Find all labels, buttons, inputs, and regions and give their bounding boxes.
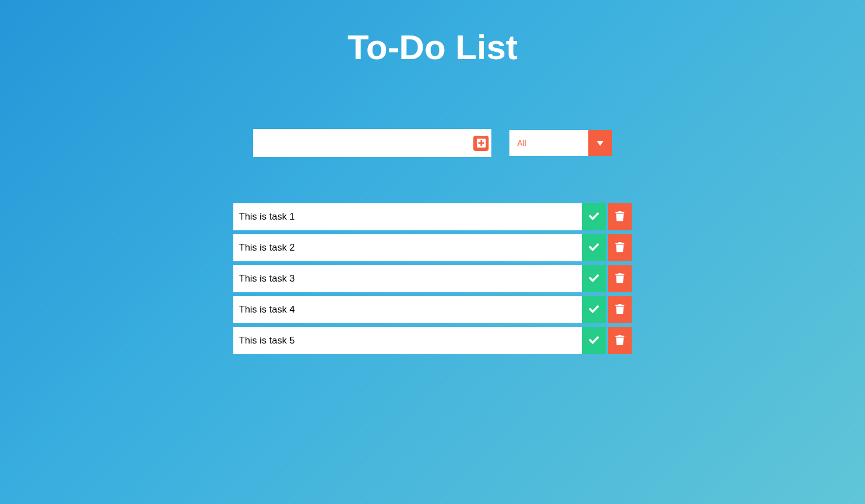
add-task-button[interactable] — [473, 136, 489, 151]
page-title: To-Do List — [0, 0, 865, 67]
complete-task-button[interactable] — [582, 296, 606, 323]
chevron-down-icon — [597, 141, 604, 146]
task-row: This is task 2 — [233, 234, 632, 261]
filter-select-value: All — [509, 130, 588, 156]
trash-icon — [615, 335, 625, 347]
complete-task-button[interactable] — [582, 203, 606, 230]
check-icon — [589, 335, 599, 347]
trash-icon — [615, 304, 625, 316]
task-row: This is task 1 — [233, 203, 632, 230]
complete-task-button[interactable] — [582, 234, 606, 261]
task-text: This is task 4 — [233, 296, 582, 323]
delete-task-button[interactable] — [608, 296, 632, 323]
complete-task-button[interactable] — [582, 327, 606, 354]
delete-task-button[interactable] — [608, 327, 632, 354]
check-icon — [589, 242, 599, 254]
task-text: This is task 3 — [233, 265, 582, 292]
check-icon — [589, 304, 599, 316]
task-text: This is task 2 — [233, 234, 582, 261]
task-row: This is task 4 — [233, 296, 632, 323]
delete-task-button[interactable] — [608, 203, 632, 230]
task-input-wrap — [253, 129, 491, 157]
task-row: This is task 3 — [233, 265, 632, 292]
trash-icon — [615, 242, 625, 254]
delete-task-button[interactable] — [608, 265, 632, 292]
task-text: This is task 1 — [233, 203, 582, 230]
trash-icon — [615, 211, 625, 223]
delete-task-button[interactable] — [608, 234, 632, 261]
complete-task-button[interactable] — [582, 265, 606, 292]
task-row: This is task 5 — [233, 327, 632, 354]
form-row: All — [0, 129, 865, 157]
trash-icon — [615, 273, 625, 285]
task-text: This is task 5 — [233, 327, 582, 354]
check-icon — [589, 273, 599, 285]
filter-select-arrow — [588, 130, 612, 156]
filter-select[interactable]: All — [509, 130, 612, 156]
check-icon — [589, 211, 599, 223]
task-list: This is task 1This is task 2This is task… — [0, 203, 865, 354]
task-input[interactable] — [253, 129, 473, 157]
plus-square-icon — [476, 138, 486, 148]
